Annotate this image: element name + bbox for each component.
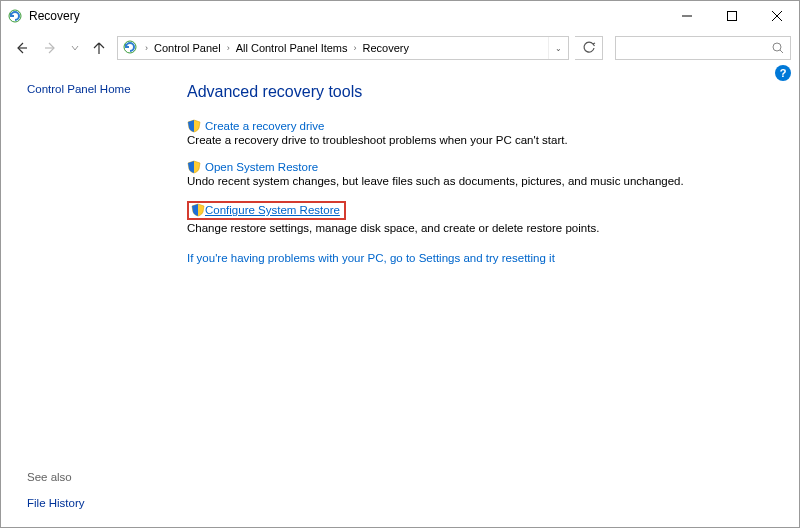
tool-description: Undo recent system changes, but leave fi… (187, 175, 779, 187)
breadcrumb-item[interactable]: All Control Panel Items (231, 37, 353, 59)
up-button[interactable] (87, 36, 111, 60)
control-panel-window: Recovery (0, 0, 800, 528)
control-panel-home-link[interactable]: Control Panel Home (27, 83, 181, 95)
reset-pc-link[interactable]: If you're having problems with your PC, … (187, 252, 779, 264)
configure-system-restore-link[interactable]: Configure System Restore (205, 204, 340, 216)
open-system-restore-link[interactable]: Open System Restore (205, 161, 318, 173)
breadcrumb-item[interactable]: Recovery (358, 37, 414, 59)
tool-open-system-restore: Open System Restore Undo recent system c… (187, 160, 779, 187)
recovery-icon (122, 39, 140, 57)
svg-rect-2 (727, 12, 736, 21)
shield-icon (191, 203, 205, 217)
search-icon (772, 42, 784, 54)
recovery-icon (7, 8, 23, 24)
content-pane: ? Advanced recovery tools Create a recov… (181, 65, 799, 527)
address-bar[interactable]: › Control Panel › All Control Panel Item… (117, 36, 569, 60)
address-dropdown-button[interactable]: ⌄ (548, 37, 568, 59)
help-icon[interactable]: ? (775, 65, 791, 81)
titlebar: Recovery (1, 1, 799, 31)
tool-description: Create a recovery drive to troubleshoot … (187, 134, 779, 146)
maximize-button[interactable] (709, 1, 754, 31)
file-history-link[interactable]: File History (27, 497, 85, 509)
window-title: Recovery (29, 9, 80, 23)
navigation-bar: › Control Panel › All Control Panel Item… (1, 31, 799, 65)
svg-point-8 (773, 43, 781, 51)
forward-button[interactable] (39, 36, 63, 60)
minimize-button[interactable] (664, 1, 709, 31)
tool-description: Change restore settings, manage disk spa… (187, 222, 779, 234)
breadcrumb: › Control Panel › All Control Panel Item… (144, 37, 548, 59)
sidebar: Control Panel Home See also File History (1, 65, 181, 527)
see-also-label: See also (27, 471, 85, 483)
back-button[interactable] (9, 36, 33, 60)
search-input[interactable] (615, 36, 791, 60)
svg-line-9 (780, 50, 783, 53)
tool-configure-system-restore: Configure System Restore Change restore … (187, 201, 779, 234)
create-recovery-drive-link[interactable]: Create a recovery drive (205, 120, 325, 132)
tool-create-recovery-drive: Create a recovery drive Create a recover… (187, 119, 779, 146)
refresh-button[interactable] (575, 36, 603, 60)
highlighted-selection: Configure System Restore (187, 201, 346, 220)
main-area: Control Panel Home See also File History… (1, 65, 799, 527)
close-button[interactable] (754, 1, 799, 31)
breadcrumb-item[interactable]: Control Panel (149, 37, 226, 59)
shield-icon (187, 160, 201, 174)
page-title: Advanced recovery tools (187, 83, 779, 101)
recent-locations-button[interactable] (69, 36, 81, 60)
shield-icon (187, 119, 201, 133)
